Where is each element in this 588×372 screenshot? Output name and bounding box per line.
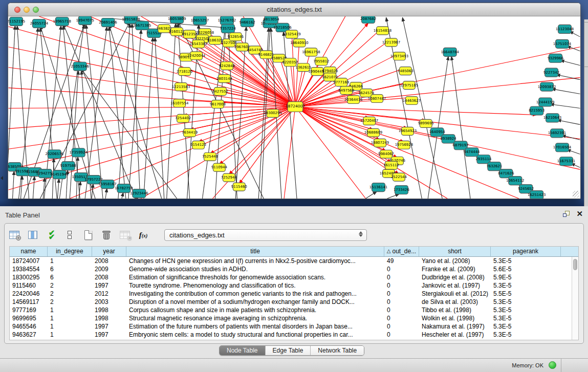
graph-node-teal[interactable]: 16053809 — [168, 16, 186, 23]
column-header-title[interactable]: title — [126, 247, 384, 256]
table-row[interactable]: 946362711997Embryonic stem cells: a mode… — [10, 331, 578, 339]
citation-edge-black[interactable] — [235, 27, 246, 199]
function-builder-button[interactable]: f(x) — [137, 228, 150, 242]
citation-edge-black[interactable] — [122, 192, 123, 199]
citation-edge-red[interactable] — [295, 107, 580, 170]
graph-node-teal[interactable]: 11451944 — [51, 170, 69, 179]
graph-node-teal[interactable]: 16251423 — [528, 191, 546, 199]
graph-node-teal[interactable]: 12444159 — [536, 98, 554, 106]
citation-edge-black[interactable] — [63, 24, 136, 199]
table-row[interactable]: 946554611997Estimation of the future num… — [10, 322, 578, 331]
network-table-selector[interactable]: citations_edges.txt — [164, 229, 367, 241]
graph-node-yellow[interactable]: 15720407 — [360, 117, 378, 125]
graph-node-teal[interactable]: 17359924 — [69, 148, 88, 157]
graph-node-yellow[interactable]: 18640910 — [290, 39, 308, 47]
citation-edge-red[interactable] — [9, 27, 295, 107]
graph-node-yellow[interactable]: 19654923 — [399, 127, 417, 135]
table-row[interactable]: 911546021997Tourette syndrome. Phenomeno… — [10, 281, 578, 290]
citation-edge-black[interactable] — [178, 23, 190, 199]
row-height-button[interactable] — [63, 228, 76, 242]
citation-edge-black[interactable] — [402, 17, 442, 199]
new-table-button[interactable] — [81, 228, 95, 242]
table-row[interactable]: 969969511998Structural magnetic resonanc… — [10, 314, 578, 322]
citation-edge-black[interactable] — [552, 89, 580, 94]
column-header-pagerank[interactable]: pagerank — [491, 247, 561, 256]
column-header-short[interactable]: short — [419, 247, 491, 256]
citation-edge-black[interactable] — [57, 179, 59, 199]
graph-node-teal[interactable]: 16671385 — [133, 21, 151, 30]
citation-edge-black[interactable] — [85, 27, 107, 199]
graph-node-teal[interactable]: 8215953 — [529, 106, 545, 115]
graph-node-yellow[interactable]: 6497568 — [338, 86, 354, 95]
graph-node-yellow[interactable]: 16961758 — [302, 48, 320, 56]
graph-node-yellow[interactable]: 9154123 — [190, 141, 206, 149]
graph-node-yellow[interactable]: 8427552 — [212, 87, 228, 96]
graph-node-teal[interactable]: 18947075 — [76, 16, 94, 25]
close-panel-icon[interactable]: ✕ — [576, 210, 583, 218]
graph-node-yellow[interactable]: 7634419 — [182, 128, 198, 137]
graph-node-yellow[interactable]: 12975185 — [400, 81, 418, 90]
tab-node-table[interactable]: Node Table — [220, 346, 266, 355]
graph-node-yellow[interactable]: 19756928 — [395, 141, 413, 149]
graph-node-yellow[interactable]: 7252944 — [221, 173, 237, 182]
graph-node-teal[interactable]: 9227342 — [543, 68, 559, 77]
graph-node-teal[interactable]: 16648784 — [441, 48, 459, 56]
citation-edge-black[interactable] — [33, 176, 34, 199]
graph-node-yellow[interactable]: 7955812 — [313, 57, 329, 65]
tab-network-table[interactable]: Network Table — [311, 346, 364, 355]
graph-node-teal[interactable]: 9197588 — [60, 162, 76, 170]
graph-node-yellow[interactable]: 18724007 — [286, 102, 305, 112]
citation-edge-black[interactable] — [155, 37, 164, 199]
citation-edge-red[interactable] — [190, 107, 295, 130]
graph-node-teal[interactable]: 11123048 — [556, 25, 574, 33]
graph-node-teal[interactable]: 9329966 — [548, 54, 563, 62]
graph-node-teal[interactable]: 15276702 — [218, 16, 236, 25]
citation-edge-red[interactable] — [9, 107, 295, 108]
citation-edge-red[interactable] — [284, 107, 295, 199]
table-row[interactable]: 1830029562008Estimation of significance … — [10, 273, 578, 281]
window-resize-grip[interactable] — [573, 191, 579, 198]
graph-node-yellow[interactable]: 9115460 — [231, 183, 247, 191]
graph-node-teal[interactable]: 15136141 — [369, 183, 387, 192]
table-settings-button[interactable] — [8, 228, 21, 242]
graph-node-teal[interactable]: 21152195 — [8, 17, 25, 26]
citation-edge-black[interactable] — [562, 135, 580, 140]
delete-table-button[interactable] — [100, 228, 113, 242]
graph-node-yellow[interactable]: 2522544 — [391, 173, 407, 181]
citation-edge-black[interactable] — [128, 30, 141, 199]
citation-edge-black[interactable] — [13, 171, 14, 199]
citation-edge-black[interactable] — [132, 24, 140, 199]
graph-node-teal[interactable]: 12923446 — [130, 189, 148, 198]
graph-node-yellow[interactable]: 1615112 — [383, 161, 399, 169]
graph-node-teal[interactable]: 10653257 — [191, 16, 209, 25]
column-chooser-button[interactable] — [26, 228, 39, 242]
table-row[interactable]: 1938455462009Genome-wide association stu… — [10, 265, 578, 273]
table-vertical-scrollbar[interactable] — [572, 257, 578, 340]
citation-edge-black[interactable] — [187, 25, 199, 199]
graph-node-yellow[interactable]: 7525448 — [202, 152, 218, 161]
float-panel-icon[interactable] — [563, 211, 571, 218]
graph-node-teal[interactable]: 24055724 — [30, 19, 49, 28]
graph-node-yellow[interactable]: 9617008 — [210, 100, 226, 108]
graph-node-teal[interactable]: 20206576 — [46, 150, 63, 159]
citation-edge-red[interactable] — [9, 68, 295, 107]
citation-edge-black[interactable] — [366, 191, 377, 199]
citation-edge-red[interactable] — [295, 107, 519, 199]
graph-node-yellow[interactable]: 9328546 — [228, 33, 244, 41]
graph-node-yellow[interactable]: 2718120 — [177, 68, 192, 76]
citation-edge-red[interactable] — [219, 107, 295, 165]
column-header-year[interactable]: year — [92, 247, 126, 256]
graph-node-teal[interactable]: 8813054 — [264, 16, 280, 24]
column-header-out_degree[interactable]: △out_de... — [384, 247, 419, 256]
table-row[interactable]: 1872400712008Changes of HCN gene express… — [10, 257, 578, 265]
citation-edge-black[interactable] — [109, 25, 162, 199]
graph-node-teal[interactable]: 7632621 — [486, 162, 502, 171]
graph-node-teal[interactable]: 15958167 — [98, 180, 116, 189]
select-columns-button[interactable]: ✔✔ — [45, 228, 58, 242]
citation-edge-black[interactable] — [387, 194, 399, 199]
graph-node-teal[interactable]: 11675331 — [557, 157, 575, 166]
graph-node-teal[interactable]: 7357224 — [220, 24, 236, 33]
graph-node-teal[interactable]: 9466162 — [239, 18, 255, 27]
table-row[interactable]: 1456911722003Disruption of a novel membe… — [10, 298, 578, 306]
graph-node-teal[interactable]: 20691406 — [99, 18, 117, 27]
